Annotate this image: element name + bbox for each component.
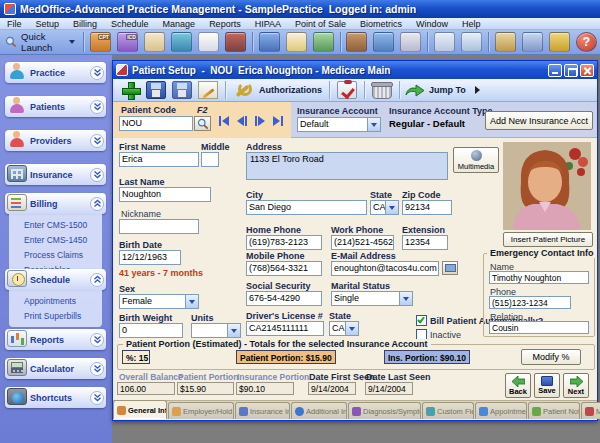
patient-search-button[interactable] xyxy=(194,116,211,131)
menu-point-of-sale[interactable]: Point of Sale xyxy=(288,19,353,29)
drivers-license-input[interactable]: CA2145111111 xyxy=(246,321,324,336)
monitor-icon[interactable] xyxy=(522,32,543,52)
sidebar-header-patients[interactable]: Patients xyxy=(5,96,106,117)
tab-patient-notes[interactable]: Patient Notes xyxy=(528,402,580,419)
tab-custom-fields[interactable]: Custom Fields xyxy=(422,402,474,419)
sex-select[interactable]: Female xyxy=(119,294,199,309)
menu-window[interactable]: Window xyxy=(409,19,455,29)
chevron-down-icon[interactable] xyxy=(90,66,104,80)
nickname-input[interactable] xyxy=(119,219,199,234)
last-record-button[interactable] xyxy=(273,116,283,126)
city-input[interactable]: San Diego xyxy=(246,200,367,215)
help-icon[interactable]: ? xyxy=(576,32,597,52)
sidebar-header-calculator[interactable]: Calculator xyxy=(5,358,106,379)
jump-to-icon[interactable] xyxy=(404,82,426,98)
menu-schedule[interactable]: Schedule xyxy=(104,19,156,29)
first-record-button[interactable] xyxy=(219,116,229,126)
lab-icon[interactable] xyxy=(171,32,192,52)
sidebar-header-providers[interactable]: Providers xyxy=(5,130,106,151)
chevron-down-icon[interactable] xyxy=(90,168,104,182)
insert-patient-picture-button[interactable]: Insert Patient Picture xyxy=(503,232,593,247)
add-new-insurance-button[interactable]: Add New Insurance Acct xyxy=(485,111,593,130)
provider-document-icon[interactable] xyxy=(400,32,421,52)
menu-biometrics[interactable]: Biometrics xyxy=(353,19,409,29)
more-options-icon[interactable] xyxy=(475,86,480,94)
menu-setup[interactable]: Setup xyxy=(29,19,67,29)
units-select[interactable] xyxy=(191,323,241,338)
birth-date-input[interactable]: 12/12/1963 xyxy=(119,250,181,265)
emergency-name-input[interactable]: Timothy Noughton xyxy=(489,271,589,284)
quick-launch-button[interactable]: Quick Launch xyxy=(0,31,80,53)
menu-file[interactable]: File xyxy=(0,19,29,29)
dropdown-arrow-icon[interactable] xyxy=(367,118,380,131)
zip-code-input[interactable]: 92134 xyxy=(402,200,452,215)
maximize-button[interactable] xyxy=(564,64,578,77)
payments-icon[interactable] xyxy=(286,32,307,52)
security-lock-icon[interactable] xyxy=(549,32,570,52)
sidebar-header-practice[interactable]: Practice xyxy=(5,62,106,83)
authorizations-button[interactable]: Authorizations xyxy=(259,85,322,95)
authorizations-icon[interactable] xyxy=(233,81,253,99)
emergency-phone-input[interactable]: (515)123-1234 xyxy=(489,296,571,309)
chevron-down-icon[interactable] xyxy=(90,333,104,347)
close-button[interactable] xyxy=(580,64,594,77)
tab-additional-info[interactable]: Additional Info xyxy=(291,402,347,419)
certificate-icon[interactable] xyxy=(198,32,219,52)
sidebar-item-process-claims[interactable]: Process Claims xyxy=(24,247,102,262)
work-phone-input[interactable]: (214)521-4562 xyxy=(331,235,394,250)
address-input[interactable]: 1133 El Toro Road xyxy=(246,152,448,180)
insurance-account-select[interactable]: Default xyxy=(297,117,381,132)
sidebar-item-print-superbills[interactable]: Print Superbills xyxy=(24,308,102,323)
chevron-up-icon[interactable] xyxy=(90,273,104,287)
verify-icon[interactable] xyxy=(337,81,357,99)
middle-input[interactable] xyxy=(201,152,219,167)
chevron-down-icon[interactable] xyxy=(90,134,104,148)
tab-misc[interactable]: Misc xyxy=(581,402,600,419)
menu-manage[interactable]: Manage xyxy=(156,19,203,29)
tab-employer-hold-info[interactable]: Employer/Hold Info xyxy=(168,402,234,419)
statements-icon[interactable] xyxy=(373,32,394,52)
jump-to-button[interactable]: Jump To xyxy=(429,85,466,95)
ledger-icon[interactable] xyxy=(313,32,334,52)
mobile-phone-input[interactable]: (768)564-3321 xyxy=(246,261,322,276)
extension-input[interactable]: 12354 xyxy=(402,235,448,250)
dropdown-arrow-icon[interactable] xyxy=(399,292,412,305)
state-select[interactable]: CA xyxy=(370,200,399,215)
chevron-down-icon[interactable] xyxy=(90,100,104,114)
new-patient-icon[interactable] xyxy=(120,81,140,99)
save-all-icon[interactable] xyxy=(172,81,192,99)
patient-code-input[interactable]: NOU xyxy=(119,116,193,131)
claims-transfer-icon[interactable] xyxy=(259,32,280,52)
chevron-down-icon[interactable] xyxy=(90,362,104,376)
sidebar-header-billing[interactable]: Billing xyxy=(5,193,106,214)
dropdown-arrow-icon[interactable] xyxy=(185,295,198,308)
home-phone-input[interactable]: (619)783-2123 xyxy=(246,235,322,250)
chevron-up-icon[interactable] xyxy=(90,197,104,211)
sidebar-item-appointments[interactable]: Appointments xyxy=(24,293,102,308)
tab-insurance-info[interactable]: Insurance Info xyxy=(235,402,290,419)
save-icon[interactable] xyxy=(146,81,166,99)
delete-icon[interactable] xyxy=(372,84,392,99)
back-button[interactable]: Back xyxy=(505,373,531,398)
tab-diagnosis-symptoms[interactable]: Diagnosis/Symptoms xyxy=(348,402,421,419)
sidebar-header-insurance[interactable]: Insurance xyxy=(5,164,106,185)
icd-codes-icon[interactable]: ICD xyxy=(117,32,138,52)
email-input[interactable]: enoughton@tacos4u.com xyxy=(331,261,439,276)
patient-card-icon[interactable] xyxy=(144,32,165,52)
email-button[interactable] xyxy=(442,261,458,275)
dl-state-select[interactable]: CA xyxy=(329,321,359,336)
chevron-down-icon[interactable] xyxy=(90,391,104,405)
menu-reports[interactable]: Reports xyxy=(202,19,248,29)
multimedia-button[interactable]: Multimedia xyxy=(453,147,499,173)
next-record-button[interactable] xyxy=(255,116,265,126)
next-button[interactable]: Next xyxy=(563,373,589,398)
modify-percent-button[interactable]: Modify % xyxy=(521,349,581,365)
sidebar-item-enter-cms-1500[interactable]: Enter CMS-1500 xyxy=(24,217,102,232)
previous-record-button[interactable] xyxy=(237,116,247,126)
sidebar-header-reports[interactable]: Reports xyxy=(5,329,106,350)
dropdown-arrow-icon[interactable] xyxy=(227,324,240,337)
tab-general-info[interactable]: General Info xyxy=(113,400,167,419)
emergency-relation-input[interactable]: Cousin xyxy=(489,321,589,334)
save-button[interactable]: Save xyxy=(534,373,560,398)
patient-icon[interactable] xyxy=(346,32,367,52)
